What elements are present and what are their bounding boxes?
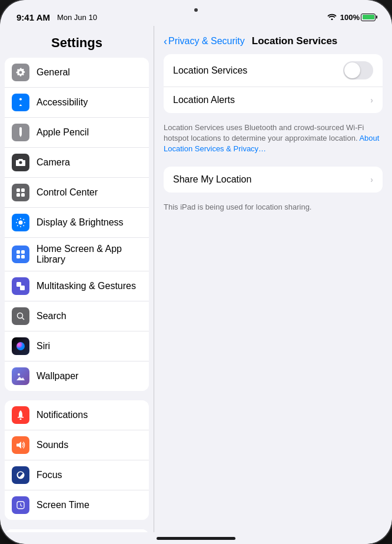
location-alerts-chevron: › [370, 95, 373, 105]
home-screen-icon [12, 246, 29, 263]
share-location-group: Share My Location › [164, 167, 383, 193]
sidebar-item-control-center[interactable]: Control Center [5, 178, 149, 208]
notifications-label: Notifications [36, 410, 88, 420]
svg-line-30 [21, 506, 22, 507]
display-brightness-icon [12, 214, 29, 231]
svg-point-23 [18, 313, 23, 319]
share-location-description: This iPad is being used for location sha… [154, 197, 392, 220]
svg-point-26 [18, 373, 20, 376]
home-screen-label: Home Screen & App Library [36, 244, 142, 265]
share-my-location-label: Share My Location [173, 174, 251, 185]
screen-time-icon [12, 496, 29, 514]
share-my-location-chevron: › [370, 175, 373, 184]
sidebar-item-apple-pencil[interactable]: Apple Pencil [5, 118, 149, 148]
status-time: 9:41 AM [16, 12, 50, 22]
general-label: General [36, 67, 70, 78]
detail-header: ‹ Privacy & Security Location Services [154, 26, 392, 54]
svg-rect-17 [16, 250, 20, 254]
svg-rect-20 [21, 255, 25, 258]
back-chevron-icon: ‹ [164, 36, 167, 47]
sidebar-item-sounds[interactable]: Sounds [5, 430, 149, 460]
focus-icon [12, 466, 29, 484]
sidebar-item-multitasking[interactable]: Multitasking & Gestures [5, 271, 149, 301]
sidebar-item-face-id[interactable]: Face ID & Passcode [5, 529, 149, 532]
sidebar-item-search[interactable]: Search [5, 301, 149, 331]
sounds-label: Sounds [36, 440, 68, 450]
toggle-thumb [344, 62, 360, 78]
location-alerts-value: › [370, 95, 373, 105]
svg-line-14 [24, 225, 24, 226]
detail-panel[interactable]: ‹ Privacy & Security Location Services L… [154, 26, 392, 532]
top-dot-indicator [194, 8, 198, 12]
svg-rect-19 [16, 255, 20, 258]
sidebar-item-notifications[interactable]: Notifications [5, 400, 149, 430]
control-center-label: Control Center [36, 187, 98, 198]
separator-2 [0, 525, 154, 529]
status-date: Mon Jun 10 [57, 13, 97, 22]
settings-group-1: General Accessibility [5, 58, 149, 391]
location-services-description: Location Services uses Bluetooth and cro… [154, 118, 392, 162]
svg-point-3 [19, 161, 22, 164]
svg-point-25 [16, 342, 25, 350]
share-location-description-text: This iPad is being used for location sha… [164, 203, 311, 211]
location-services-label: Location Services [173, 65, 247, 76]
sidebar-item-general[interactable]: General [5, 58, 149, 88]
sidebar-item-accessibility[interactable]: Accessibility [5, 88, 149, 118]
multitasking-icon [12, 277, 29, 295]
camera-icon [12, 154, 29, 171]
sidebar-item-screen-time[interactable]: Screen Time [5, 490, 149, 520]
focus-label: Focus [36, 470, 62, 480]
multitasking-label: Multitasking & Gestures [36, 281, 136, 291]
svg-line-13 [17, 219, 18, 220]
display-brightness-label: Display & Brightness [36, 217, 124, 228]
svg-point-0 [19, 98, 22, 101]
svg-line-15 [24, 219, 24, 220]
detail-page-title: Location Services [252, 35, 338, 47]
location-services-toggle[interactable] [343, 61, 373, 79]
svg-rect-22 [20, 286, 25, 290]
separator-1 [0, 396, 154, 400]
svg-point-8 [19, 221, 23, 225]
location-alerts-row[interactable]: Location Alerts › [164, 87, 383, 113]
svg-rect-18 [21, 250, 25, 254]
wallpaper-label: Wallpaper [36, 371, 78, 382]
sidebar-item-home-screen[interactable]: Home Screen & App Library [5, 238, 149, 271]
svg-rect-7 [21, 193, 25, 197]
status-left: 9:41 AM Mon Jun 10 [16, 12, 97, 22]
screen-time-label: Screen Time [36, 500, 89, 510]
status-bar: 9:41 AM Mon Jun 10 100% [0, 0, 392, 26]
status-right: 100% [327, 12, 376, 22]
search-label: Search [36, 311, 67, 321]
wallpaper-icon [12, 367, 29, 385]
sidebar-title: Settings [0, 26, 154, 58]
sidebar[interactable]: Settings General [0, 26, 154, 532]
share-my-location-row[interactable]: Share My Location › [164, 167, 383, 193]
location-services-description-text: Location Services uses Bluetooth and cro… [164, 123, 364, 142]
svg-rect-1 [19, 127, 22, 135]
control-center-icon [12, 184, 29, 201]
siri-label: Siri [36, 341, 50, 351]
location-alerts-label: Location Alerts [173, 95, 235, 105]
svg-point-27 [20, 419, 22, 420]
svg-marker-2 [19, 135, 22, 137]
battery-percent: 100% [340, 13, 360, 22]
notifications-icon [12, 406, 29, 424]
back-label: Privacy & Security [168, 36, 245, 47]
sidebar-item-display-brightness[interactable]: Display & Brightness [5, 208, 149, 238]
device-screen: 9:41 AM Mon Jun 10 100% [0, 0, 392, 544]
sidebar-item-wallpaper[interactable]: Wallpaper [5, 361, 149, 391]
sounds-icon [12, 436, 29, 454]
siri-icon [12, 337, 29, 355]
home-bar [157, 537, 235, 540]
camera-label: Camera [36, 157, 70, 168]
apple-pencil-icon [12, 124, 29, 141]
sidebar-item-focus[interactable]: Focus [5, 460, 149, 490]
battery-bar [361, 14, 376, 21]
wifi-icon [327, 12, 337, 22]
location-services-row[interactable]: Location Services [164, 54, 383, 87]
svg-rect-4 [16, 188, 20, 192]
back-button[interactable]: ‹ Privacy & Security [164, 36, 245, 47]
accessibility-icon [12, 94, 29, 111]
sidebar-item-camera[interactable]: Camera [5, 148, 149, 178]
sidebar-item-siri[interactable]: Siri [5, 331, 149, 361]
